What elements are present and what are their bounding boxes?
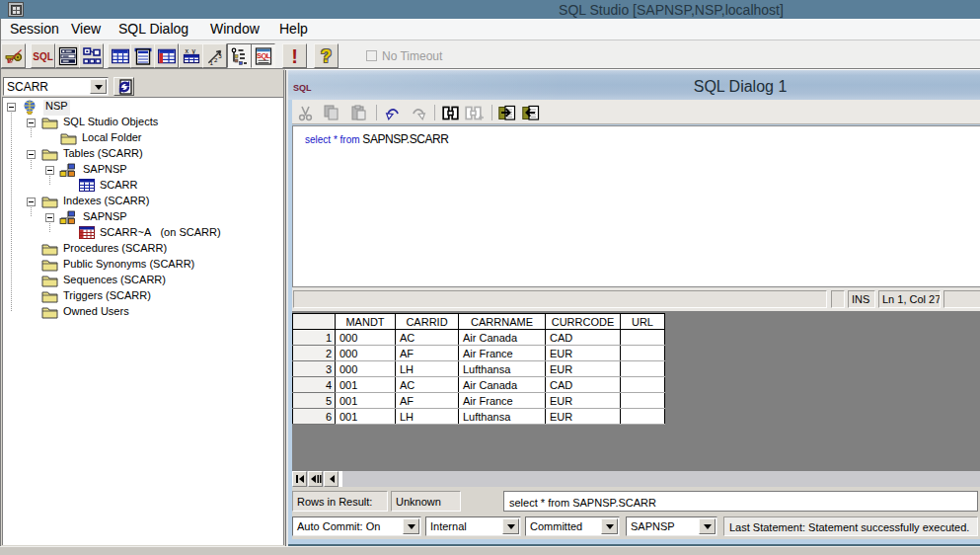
svg-text:SQL: SQL [257,51,271,60]
svg-text:3: 3 [218,52,222,59]
svg-text:x: x [185,47,188,54]
svg-text:y: y [191,47,195,55]
svg-text:1: 1 [209,58,213,65]
svg-text:2: 2 [213,55,217,62]
